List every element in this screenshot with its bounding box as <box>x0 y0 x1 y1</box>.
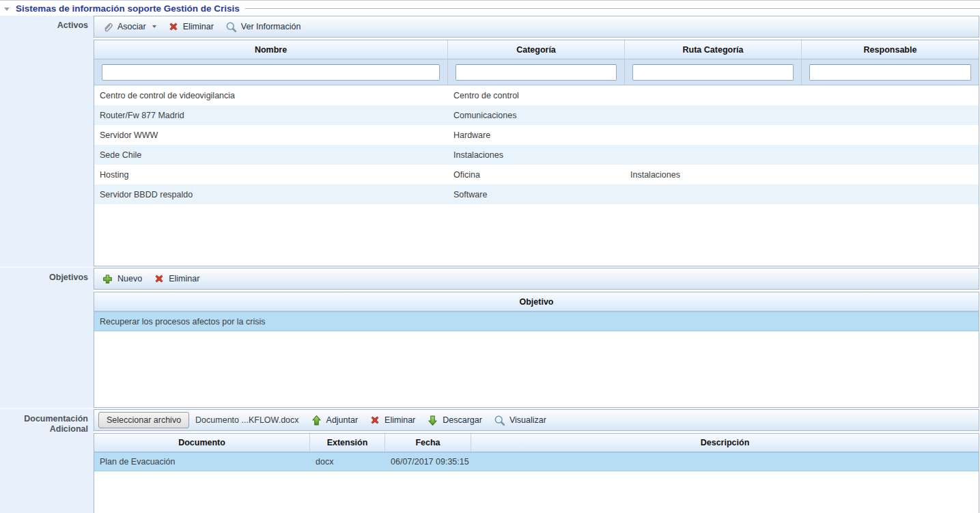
asociar-button[interactable]: Asociar <box>98 19 160 35</box>
column-header-ruta-categoria[interactable]: Ruta Categoría <box>625 40 802 59</box>
column-header-fecha[interactable]: Fecha <box>385 434 471 452</box>
descargar-button[interactable]: Descargar <box>423 413 486 428</box>
filter-input-ruta-categoria[interactable] <box>632 64 794 81</box>
magnifier-icon <box>225 21 237 33</box>
table-row[interactable]: Servidor BBDD respaldo Software <box>94 184 979 204</box>
visualizar-button[interactable]: Visualizar <box>490 413 550 428</box>
table-row-selected[interactable]: Plan de Evacuación docx 06/07/2017 09:35… <box>94 452 979 471</box>
column-header-documento[interactable]: Documento <box>94 434 310 452</box>
collapse-arrow-icon[interactable] <box>4 8 10 11</box>
activos-grid: Nombre Categoría Ruta Categoría Responsa… <box>94 40 979 266</box>
upload-arrow-icon <box>311 415 322 426</box>
column-header-nombre[interactable]: Nombre <box>94 40 448 59</box>
table-row[interactable]: Hosting Oficina Instalaciones <box>94 165 979 184</box>
adjuntar-button[interactable]: Adjuntar <box>307 413 362 428</box>
page-title: Sistemas de información soporte Gestión … <box>16 3 240 14</box>
section-activos: Activos Asociar Eliminar Ver Información <box>0 16 980 266</box>
documentacion-toolbar: Seleccionar archivo Documento ...KFLOW.d… <box>94 409 979 431</box>
ver-informacion-button[interactable]: Ver Información <box>222 19 305 35</box>
chevron-down-icon[interactable] <box>152 25 156 28</box>
activos-grid-header: Nombre Categoría Ruta Categoría Responsa… <box>94 40 979 59</box>
delete-x-icon <box>369 415 380 426</box>
fieldset-line <box>245 8 980 9</box>
panel-header: Sistemas de información soporte Gestión … <box>0 1 980 16</box>
table-row[interactable]: Centro de control de videovigilancia Cen… <box>94 85 979 105</box>
objetivos-grid-header: Objetivo <box>94 292 979 311</box>
section-objetivos: Objetivos Nuevo Eliminar Objetivo Recupe… <box>0 266 980 408</box>
delete-x-icon <box>168 21 179 32</box>
nuevo-objetivo-button[interactable]: Nuevo <box>98 271 145 287</box>
column-header-descripcion[interactable]: Descripción <box>471 434 979 452</box>
objetivos-toolbar: Nuevo Eliminar <box>94 268 979 290</box>
column-header-categoria[interactable]: Categoría <box>448 40 625 59</box>
column-header-responsable[interactable]: Responsable <box>802 40 979 59</box>
magnifier-icon <box>494 415 505 426</box>
eliminar-objetivo-button[interactable]: Eliminar <box>150 271 203 286</box>
filter-input-responsable[interactable] <box>809 64 971 81</box>
selected-file-name: Documento ...KFLOW.docx <box>195 415 298 425</box>
paperclip-icon <box>102 21 113 33</box>
table-row-selected[interactable]: Recuperar los procesos afectos por la cr… <box>94 311 979 331</box>
table-row[interactable]: Router/Fw 877 Madrid Comunicaciones <box>94 105 979 125</box>
filter-input-nombre[interactable] <box>102 64 440 81</box>
documentos-grid-header: Documento Extensión Fecha Descripción <box>94 434 979 452</box>
section-label-documentacion: Documentación Adicional <box>0 409 94 513</box>
activos-filter-row <box>94 59 979 85</box>
table-row[interactable]: Servidor WWW Hardware <box>94 125 979 145</box>
eliminar-activo-button[interactable]: Eliminar <box>165 19 217 34</box>
crisis-management-panel: Sistemas de información soporte Gestión … <box>0 0 980 513</box>
filter-input-categoria[interactable] <box>456 64 617 81</box>
documentos-grid: Documento Extensión Fecha Descripción Pl… <box>94 433 979 513</box>
eliminar-documento-button[interactable]: Eliminar <box>366 413 419 428</box>
add-plus-icon <box>102 273 113 285</box>
table-row[interactable]: Sede Chile Instalaciones <box>94 145 979 165</box>
delete-x-icon <box>154 273 165 284</box>
seleccionar-archivo-button[interactable]: Seleccionar archivo <box>98 412 189 428</box>
download-arrow-icon <box>427 415 438 426</box>
objetivos-grid: Objetivo Recuperar los procesos afectos … <box>94 292 979 408</box>
section-label-objetivos: Objetivos <box>0 268 94 408</box>
section-documentacion-adicional: Documentación Adicional Seleccionar arch… <box>0 408 980 513</box>
activos-toolbar: Asociar Eliminar Ver Información <box>94 16 979 38</box>
column-header-extension[interactable]: Extensión <box>310 434 385 452</box>
section-label-activos: Activos <box>0 16 94 266</box>
column-header-objetivo[interactable]: Objetivo <box>94 292 979 311</box>
